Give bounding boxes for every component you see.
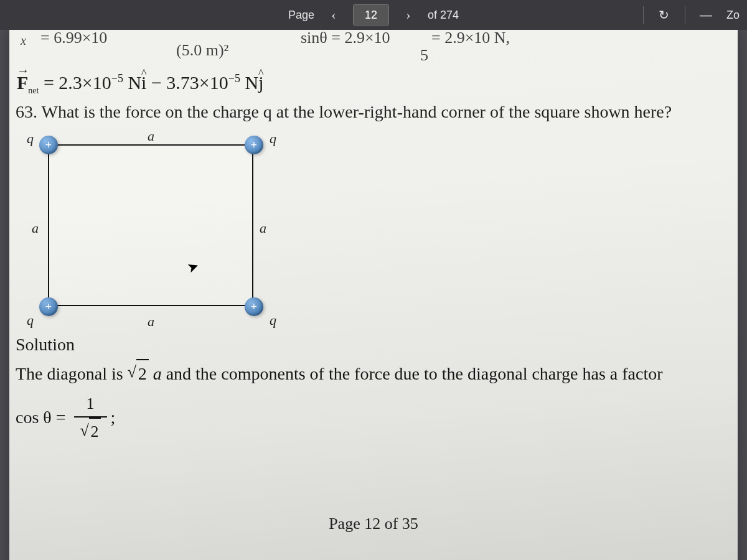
charge-top-right: + (245, 136, 263, 154)
rotate-icon: ↻ (659, 7, 669, 22)
page-label: Page (288, 9, 314, 22)
next-page-button[interactable]: › (398, 4, 419, 26)
cutoff-previous-content: x = 6.99×10 (5.0 m)² sinθ = 2.9×10 = 2.9… (14, 30, 733, 68)
prev-page-button[interactable]: ‹ (323, 4, 344, 26)
zoom-label-fragment: Zo (726, 9, 740, 22)
label-a-left: a (32, 220, 39, 236)
solution-heading: Solution (16, 331, 731, 359)
charge-top-left: + (39, 136, 58, 154)
label-q-bl: q (27, 312, 34, 329)
pdf-toolbar: Page ‹ › of 274 ↻ — Zo (0, 0, 747, 30)
rotate-button[interactable]: ↻ (651, 4, 677, 26)
frag-mid: sinθ = 2.9×10 (301, 30, 390, 47)
square-diagram: + + + + q q q q a a a a ➤ (26, 128, 293, 327)
problem-statement: 63. What is the force on the charge q at… (14, 102, 733, 124)
label-q-tr: q (270, 131, 276, 147)
page-number-input[interactable] (353, 4, 389, 26)
page-total-label: of 274 (428, 9, 459, 22)
page-footer: Page 12 of 35 (14, 515, 733, 533)
frag-under5: 5 (420, 46, 428, 65)
document-page: x = 6.99×10 (5.0 m)² sinθ = 2.9×10 = 2.9… (9, 30, 738, 560)
solution-text: The diagonal is 2 a and the components o… (16, 359, 731, 388)
label-q-tl: q (27, 131, 34, 147)
toolbar-divider (643, 6, 644, 24)
minus-icon: — (700, 8, 712, 22)
chevron-right-icon: › (406, 7, 410, 23)
chevron-left-icon: ‹ (331, 7, 336, 23)
square-shape (48, 144, 253, 306)
frag-left: x (21, 34, 26, 48)
solution-block: Solution The diagonal is 2 a and the com… (14, 331, 733, 446)
label-q-br: q (270, 312, 276, 329)
fnet-equation: →Fnet = 2.3×10−5 N^i − 3.73×10−5 N^j (14, 68, 733, 102)
charge-bottom-right: + (245, 297, 263, 316)
cos-theta-equation: cos θ = 1 2 ; (16, 392, 731, 446)
label-a-top: a (148, 128, 154, 144)
frag-denominator: (5.0 m)² (176, 41, 228, 60)
toolbar-divider (685, 6, 685, 24)
frag-right: = 2.9×10 N, (431, 30, 510, 47)
viewport[interactable]: x = 6.99×10 (5.0 m)² sinθ = 2.9×10 = 2.9… (0, 30, 747, 560)
zoom-out-button[interactable]: — (693, 4, 719, 26)
label-a-right: a (260, 220, 266, 236)
charge-bottom-left: + (39, 297, 58, 316)
label-a-bottom: a (148, 314, 154, 330)
frag-left-val: = 6.99×10 (40, 30, 107, 47)
